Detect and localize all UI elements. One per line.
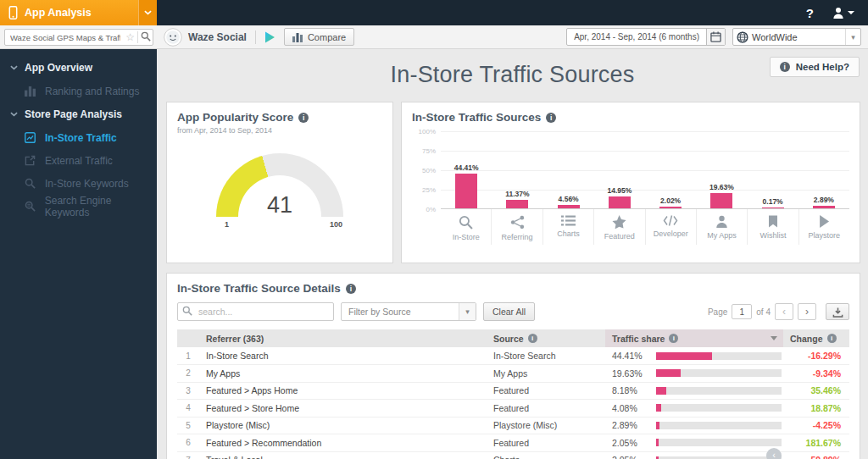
table-header-row: Referrer (363) Source Traffic share Chan… [177,329,849,347]
table-row[interactable]: 5Playstore (Misc)Playstore (Misc)2.89%-4… [177,417,849,434]
chart-category-referring: Referring [492,209,542,245]
table-row[interactable]: 3Featured > Apps HomeFeatured8.18%35.46% [177,382,849,400]
app-analysis-menu[interactable]: App Analysis [0,0,157,25]
bar[interactable] [710,193,732,208]
chevron-down-icon [10,112,18,117]
magnifier-icon [459,215,473,230]
traffic-share-cell: 4.08% [605,400,783,418]
app-name: Waze Social [188,31,247,43]
sidebar-item-label: External Traffic [45,155,113,167]
clear-all-button[interactable]: Clear All [483,302,535,321]
next-page-button[interactable] [798,303,816,320]
filter-by-source-select[interactable]: Filter by Source [341,302,476,321]
bar-value-label: 4.56% [559,195,579,203]
calendar-icon[interactable] [706,29,725,45]
current-app-chip: Waze Social [164,28,247,47]
y-axis-tick: 100% [419,128,436,135]
toolbar-right: Apr, 2014 - Sep, 2014 (6 months) WorldWi… [566,28,868,46]
compare-label: Compare [308,32,346,42]
popularity-panel: App Popularity Score from Apr, 2014 to S… [166,102,393,263]
traffic-share-cell: 19.63% [605,365,783,383]
traffic-share-cell: 8.18% [605,382,783,400]
sources-chart-title: In-Store Traffic Sources [412,111,541,124]
search-icon [182,306,192,316]
export-button[interactable] [826,303,849,320]
star-icon [612,215,626,229]
star-icon[interactable] [125,30,135,44]
keywords-icon [24,178,36,189]
col-change[interactable]: Change [783,329,849,347]
row-number: 7 [177,451,199,459]
table-row[interactable]: 2My AppsMy Apps19.63%-9.34% [177,365,849,383]
table-row[interactable]: 1In-Store SearchIn-Store Search44.41%-16… [177,347,849,365]
bar[interactable] [609,196,631,208]
sidebar-item-search-engine-keywords[interactable]: Search Engine Keywords [0,195,157,218]
sidebar-item-in-store-keywords[interactable]: In-Store Keywords [0,172,157,195]
referrer-cell: In-Store Search [199,347,487,365]
date-range-picker[interactable]: Apr, 2014 - Sep, 2014 (6 months) [566,28,726,46]
chart-category-charts: Charts [543,209,594,245]
region-select[interactable]: WorldWide [732,28,861,46]
sidebar-item-app-overview[interactable]: App Overview [0,56,157,80]
sidebar-item-ranking-and-ratings[interactable]: Ranking and Ratings [0,80,157,102]
table-row[interactable]: 7Travel & LocalCharts2.05%-59.89% [177,451,849,459]
app-search [4,29,153,46]
change-cell: -9.34% [783,365,849,383]
referrer-cell: Featured > Apps Home [199,382,487,400]
sidebar-item-external-traffic[interactable]: External Traffic [0,149,157,172]
popularity-title: App Popularity Score [177,111,293,124]
bar[interactable] [558,205,580,208]
referrer-cell: Travel & Local [199,451,487,459]
bar[interactable] [813,206,835,208]
sidebar-item-store-page-analysis[interactable]: Store Page Analysis [0,102,157,126]
chevron-down-icon[interactable] [845,29,860,45]
change-cell: 35.46% [783,382,849,400]
chart-category-featured: Featured [594,209,645,245]
chart-category-playstore: Playstore [799,209,849,245]
chart-column-featured: 14.95% [594,186,645,208]
help-button[interactable]: ? [806,6,814,20]
chart-column-referring: 11.37% [492,190,542,208]
col-traffic-share[interactable]: Traffic share [605,329,783,347]
bar[interactable] [506,200,528,208]
page-number-input[interactable] [732,304,752,319]
y-axis-tick: 75% [422,147,436,155]
pagination: Page of 4 [708,303,849,320]
prev-page-button[interactable] [775,303,793,320]
category-label: Referring [502,233,533,241]
compare-button[interactable]: Compare [284,28,354,46]
details-search-input[interactable] [177,302,334,321]
chart-category-my-apps: My Apps [697,209,748,245]
search-icon[interactable] [141,31,151,41]
compare-chart-icon [292,32,303,42]
sidebar-item-in-store-traffic[interactable]: In-Store Traffic [0,126,157,149]
chevron-down-icon[interactable] [138,0,157,25]
chevron-down-icon [10,65,18,70]
bar[interactable] [659,207,682,208]
topbar: App Analysis ? [0,0,868,25]
collapse-arrow-icon[interactable] [766,448,782,459]
traffic-sources-panel: In-Store Traffic Sources 100%75%50%25%0%… [401,102,860,263]
info-icon[interactable] [546,113,556,123]
topbar-actions: ? [806,0,868,25]
need-help-button[interactable]: Need Help? [770,57,860,77]
table-row[interactable]: 6Featured > RecommendationFeatured2.05%1… [177,434,849,452]
user-icon [832,7,844,19]
bar[interactable] [762,207,784,208]
info-icon[interactable] [298,113,309,123]
popularity-subtitle: from Apr, 2014 to Sep, 2014 [177,126,382,135]
info-icon[interactable] [346,284,356,294]
share-bar [656,422,782,429]
sidebar-item-label: Search Engine Keywords [45,195,157,218]
col-referrer[interactable]: Referrer (363) [199,329,487,347]
sort-desc-icon [771,336,777,340]
bar[interactable] [455,174,477,208]
change-cell: -16.29% [783,347,849,365]
y-axis-tick: 25% [422,186,436,194]
category-label: Developer [654,230,688,238]
source-cell: Playstore (Misc) [487,417,605,434]
info-icon [669,334,678,343]
table-row[interactable]: 4Featured > Store HomeFeatured4.08%18.87… [177,400,849,418]
col-source[interactable]: Source [487,329,605,347]
user-menu[interactable] [832,7,854,19]
